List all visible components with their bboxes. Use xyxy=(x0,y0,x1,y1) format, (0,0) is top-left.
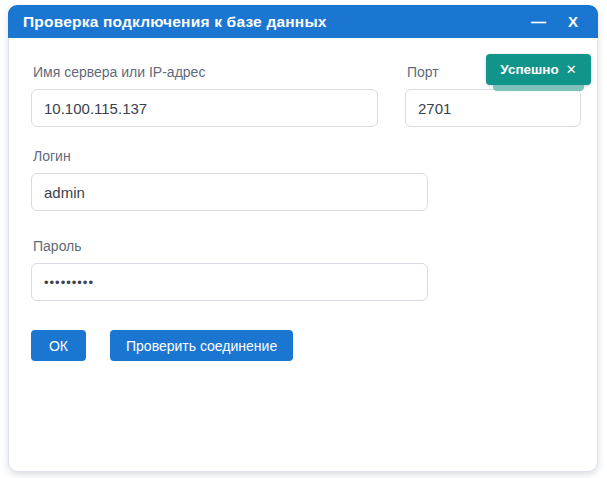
ok-button[interactable]: ОК xyxy=(31,330,86,361)
success-toast-body: Успешно ✕ xyxy=(486,54,591,85)
login-field-group: Логин xyxy=(31,148,575,211)
toast-progress-strip xyxy=(493,85,584,91)
dialog-title: Проверка подключения к базе данных xyxy=(23,13,527,31)
success-toast: Успешно ✕ xyxy=(486,54,591,91)
password-label: Пароль xyxy=(33,238,575,254)
toast-close-icon[interactable]: ✕ xyxy=(566,63,577,76)
server-input[interactable] xyxy=(31,89,378,127)
login-input[interactable] xyxy=(31,173,428,211)
minimize-button[interactable]: — xyxy=(527,12,550,31)
server-label: Имя сервера или IP-адрес xyxy=(33,64,378,80)
success-toast-label: Успешно xyxy=(500,62,558,77)
port-input[interactable] xyxy=(405,89,581,127)
dialog-actions: ОК Проверить соединение xyxy=(31,330,575,361)
dialog-titlebar[interactable]: Проверка подключения к базе данных — X xyxy=(8,5,598,38)
password-field-group: Пароль xyxy=(31,238,575,301)
password-input[interactable] xyxy=(31,263,428,301)
login-label: Логин xyxy=(33,148,575,164)
window-controls: — X xyxy=(527,12,582,31)
check-connection-button[interactable]: Проверить соединение xyxy=(110,330,293,361)
db-connection-dialog: Проверка подключения к базе данных — X И… xyxy=(8,5,598,472)
server-field-group: Имя сервера или IP-адрес xyxy=(31,64,378,127)
screen: Проверка подключения к базе данных — X И… xyxy=(0,0,607,478)
close-button[interactable]: X xyxy=(564,12,582,31)
